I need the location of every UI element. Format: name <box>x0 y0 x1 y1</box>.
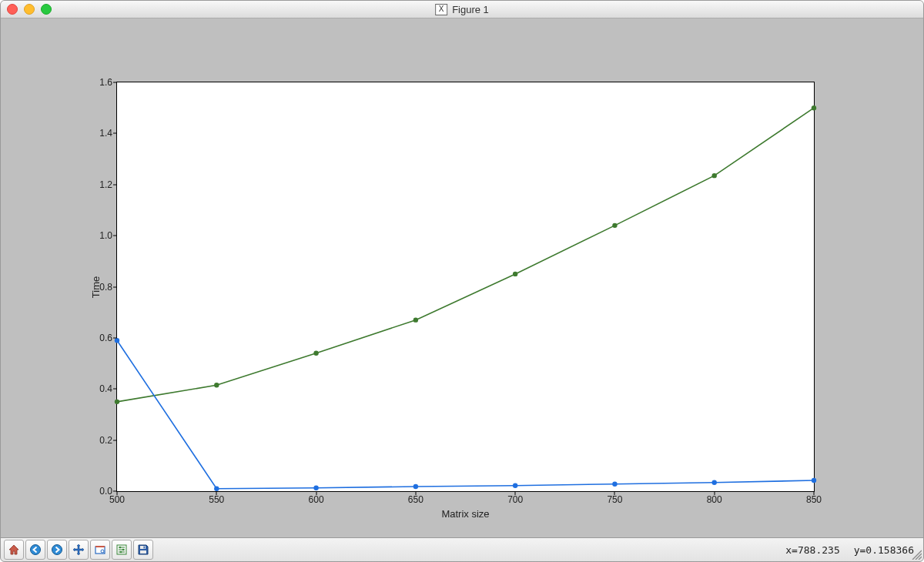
y-tick-label: 1.0 <box>99 230 112 241</box>
series-marker <box>313 485 318 490</box>
cursor-coordinates: x=788.235 y=0.158366 <box>785 544 914 556</box>
y-tick-label: 0.4 <box>99 383 112 394</box>
series-marker <box>115 400 119 404</box>
y-tick <box>113 184 117 185</box>
series-marker <box>812 478 816 483</box>
minimize-window-button[interactable] <box>24 4 35 15</box>
series-line <box>117 340 814 488</box>
sliders-icon <box>116 544 128 556</box>
window-title-text: Figure 1 <box>452 4 489 15</box>
y-tick <box>113 440 117 440</box>
svg-point-7 <box>120 551 122 554</box>
y-axis-label: Time <box>90 276 102 297</box>
cursor-x: x=788.235 <box>785 544 839 556</box>
x-tick-label: 550 <box>209 494 224 505</box>
close-window-button[interactable] <box>7 4 18 15</box>
back-button[interactable] <box>25 540 45 560</box>
x11-app-icon: X <box>435 4 447 15</box>
series-marker <box>712 173 717 178</box>
titlebar: X Figure 1 <box>1 1 923 18</box>
plot-lines-svg <box>117 82 814 491</box>
window-controls <box>7 4 52 15</box>
y-tick-label: 1.6 <box>99 77 112 88</box>
nav-toolbar: x=788.235 y=0.158366 <box>1 537 923 561</box>
series-marker <box>214 486 219 490</box>
resize-grip[interactable] <box>911 549 922 560</box>
x-tick-label: 650 <box>408 494 424 505</box>
x-tick-label: 600 <box>309 494 324 505</box>
y-tick-label: 1.2 <box>99 179 112 190</box>
y-tick-label: 0.2 <box>99 435 112 446</box>
zoom-rect-icon <box>94 544 106 556</box>
arrow-left-icon <box>29 544 42 556</box>
zoom-button[interactable] <box>90 540 110 560</box>
resize-grip-icon <box>911 549 922 560</box>
series-marker <box>115 338 119 343</box>
series-marker <box>313 351 318 356</box>
window-title: X Figure 1 <box>435 4 489 15</box>
y-tick <box>113 389 117 390</box>
figure-canvas[interactable]: 5005506006507007508008500.00.20.40.60.81… <box>1 18 923 537</box>
save-icon <box>137 544 149 556</box>
series-marker <box>413 484 418 489</box>
x-tick-label: 700 <box>507 494 523 505</box>
x-tick-label: 850 <box>806 494 822 505</box>
forward-button[interactable] <box>47 540 67 560</box>
series-marker <box>812 105 816 110</box>
series-marker <box>214 383 219 387</box>
y-tick-label: 0.8 <box>99 282 112 293</box>
series-line <box>117 108 814 402</box>
subplots-button[interactable] <box>112 540 132 560</box>
series-marker <box>513 272 517 276</box>
y-tick <box>113 491 117 492</box>
cursor-y: y=0.158366 <box>854 544 914 556</box>
series-marker <box>712 480 717 485</box>
y-tick-label: 1.4 <box>99 128 112 139</box>
series-marker <box>612 482 617 487</box>
y-tick <box>113 337 117 338</box>
home-button[interactable] <box>4 540 24 560</box>
x-axis-label: Matrix size <box>441 508 489 520</box>
x-tick-label: 750 <box>607 494 622 505</box>
y-tick <box>113 133 117 134</box>
y-tick-label: 0.0 <box>99 486 112 497</box>
series-marker <box>513 483 517 488</box>
save-button[interactable] <box>133 540 153 560</box>
y-tick <box>113 286 117 287</box>
svg-rect-10 <box>140 550 146 554</box>
svg-point-0 <box>31 545 41 555</box>
svg-point-6 <box>122 549 125 551</box>
home-icon <box>8 544 20 556</box>
series-marker <box>612 223 617 228</box>
pan-button[interactable] <box>69 540 89 560</box>
y-tick-label: 0.6 <box>99 333 112 343</box>
svg-point-1 <box>52 545 62 555</box>
svg-point-5 <box>119 547 122 549</box>
plot-axes[interactable]: 5005506006507007508008500.00.20.40.60.81… <box>116 82 815 492</box>
series-marker <box>413 317 418 322</box>
y-tick <box>113 82 117 83</box>
x-tick-label: 800 <box>707 494 722 505</box>
move-icon <box>72 544 85 556</box>
zoom-window-button[interactable] <box>41 4 52 15</box>
figure-window: X Figure 1 5005506006507007508008500.00.… <box>0 0 924 562</box>
arrow-right-icon <box>51 544 63 556</box>
svg-rect-9 <box>144 547 146 549</box>
y-tick <box>113 236 117 236</box>
